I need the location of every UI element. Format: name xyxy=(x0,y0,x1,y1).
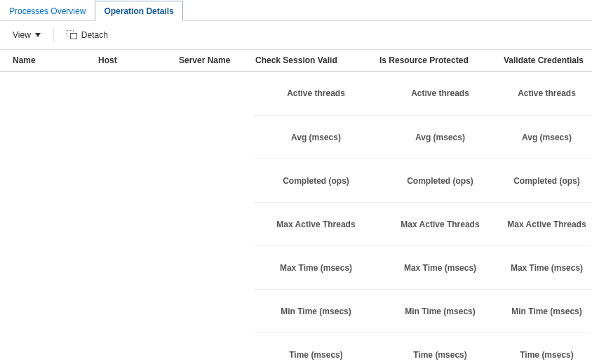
toolbar: View Detach xyxy=(0,21,592,49)
table-header-row: Name Host Server Name Check Session Vali… xyxy=(0,49,592,72)
metrics-grid: Active threads Active threads Active thr… xyxy=(254,72,591,364)
metric-row: Min Time (msecs) Min Time (msecs) Min Ti… xyxy=(254,289,591,332)
metric-label: Active threads xyxy=(254,88,378,98)
metric-row: Avg (msecs) Avg (msecs) Avg (msecs) xyxy=(254,115,591,159)
metric-label: Max Time (msecs) xyxy=(254,263,378,273)
metric-label: Avg (msecs) xyxy=(254,133,378,142)
chevron-down-icon xyxy=(35,33,41,37)
metric-row: Time (msecs) Time (msecs) Time (msecs) xyxy=(254,332,591,364)
detach-icon xyxy=(67,30,77,40)
view-menu-label: View xyxy=(13,30,31,40)
col-header-host[interactable]: Host xyxy=(98,55,179,65)
metric-label: Time (msecs) xyxy=(378,350,502,360)
metric-label: Max Active Threads xyxy=(502,220,591,229)
metric-label: Min Time (msecs) xyxy=(378,306,502,316)
metric-label: Avg (msecs) xyxy=(502,133,591,142)
toolbar-separator xyxy=(53,28,54,42)
col-header-check-session[interactable]: Check Session Valid xyxy=(254,55,378,65)
metric-label: Active threads xyxy=(378,88,502,98)
metric-label: Max Time (msecs) xyxy=(378,263,502,273)
metric-label: Time (msecs) xyxy=(502,350,591,360)
metric-row: Active threads Active threads Active thr… xyxy=(254,72,591,115)
metric-label: Completed (ops) xyxy=(378,176,502,186)
metric-row: Max Active Threads Max Active Threads Ma… xyxy=(254,202,591,245)
metric-label: Completed (ops) xyxy=(502,176,591,186)
metric-label: Min Time (msecs) xyxy=(502,306,591,316)
metric-row: Max Time (msecs) Max Time (msecs) Max Ti… xyxy=(254,245,591,289)
metric-label: Time (msecs) xyxy=(254,350,378,360)
metric-label: Max Active Threads xyxy=(254,220,378,229)
tab-processes-overview[interactable]: Processes Overview xyxy=(0,1,95,21)
col-header-validate[interactable]: Validate Credentials xyxy=(502,55,592,65)
detach-button[interactable]: Detach xyxy=(67,30,108,40)
col-header-is-resource[interactable]: Is Resource Protected xyxy=(378,55,502,65)
view-menu[interactable]: View xyxy=(13,30,41,40)
metric-label: Max Active Threads xyxy=(378,220,502,229)
tab-operation-details[interactable]: Operation Details xyxy=(95,1,182,21)
tab-bar: Processes Overview Operation Details xyxy=(0,0,592,21)
metric-label: Active threads xyxy=(502,88,591,98)
col-header-server-name[interactable]: Server Name xyxy=(179,55,254,65)
metric-label: Max Time (msecs) xyxy=(502,263,591,273)
metric-label: Min Time (msecs) xyxy=(254,306,378,316)
metric-label: Completed (ops) xyxy=(254,176,378,186)
metric-row: Completed (ops) Completed (ops) Complete… xyxy=(254,159,591,202)
col-header-name[interactable]: Name xyxy=(0,55,98,65)
metric-label: Avg (msecs) xyxy=(378,133,502,142)
detach-label: Detach xyxy=(81,30,108,40)
